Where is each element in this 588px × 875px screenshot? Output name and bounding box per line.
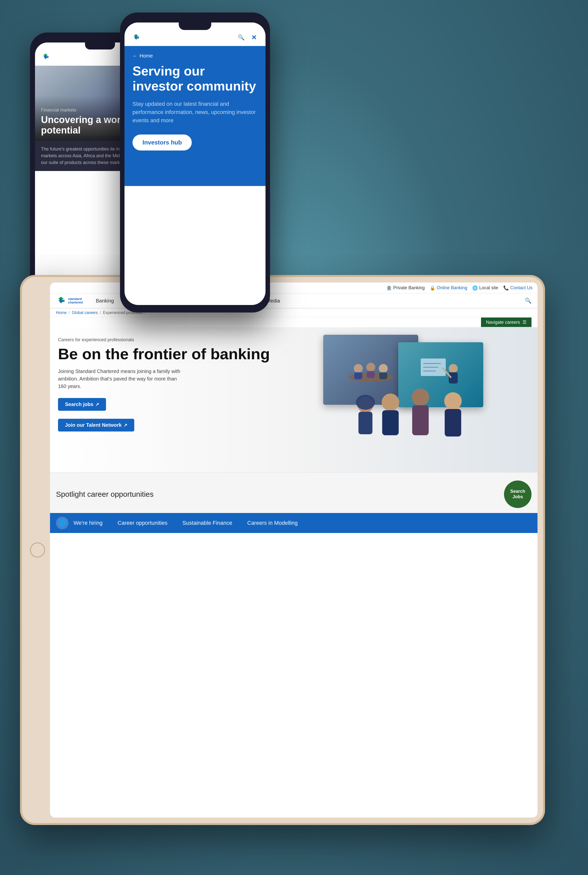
phone-left-notch	[85, 42, 115, 49]
breadcrumb: Home / Global careers / Experienced prof…	[50, 309, 537, 317]
private-banking-icon: 🏦	[386, 285, 392, 291]
tablet-bottom-bar: 🌐 We're hiring Career opportunities Sust…	[50, 513, 537, 533]
bottom-link-hiring[interactable]: We're hiring	[74, 520, 102, 526]
search-jobs-circle[interactable]: Search Jobs	[504, 481, 531, 508]
hero-left-content: Careers for experienced professionals Be…	[50, 327, 318, 472]
spotlight-section: Spotlight career opportunities Search Jo…	[50, 472, 537, 513]
globe-icon: 🌐	[472, 285, 478, 291]
search-icon-right[interactable]: 🔍	[237, 33, 246, 42]
hero-title: Be on the frontier of banking	[58, 346, 310, 363]
tablet-logo: standard chartered	[56, 296, 83, 306]
bottom-link-opportunities[interactable]: Career opportunities	[117, 520, 167, 526]
sc-logo-icon-right	[132, 33, 141, 42]
external-link-icon-2: ↗	[123, 423, 127, 428]
online-banking-label: Online Banking	[437, 285, 467, 291]
search-jobs-button[interactable]: Search jobs ↗	[58, 398, 106, 411]
close-icon-right[interactable]: ✕	[249, 33, 258, 42]
private-banking-label: Private Banking	[393, 285, 425, 291]
svg-point-16	[411, 388, 429, 406]
join-talent-label: Join our Talent Network	[65, 422, 122, 428]
hero-body-text: Joining Standard Chartered means joining…	[58, 367, 183, 390]
external-link-icon-1: ↗	[95, 402, 99, 407]
investor-community-subtitle: Stay updated on our latest financial and…	[132, 100, 258, 124]
back-label: Home	[140, 53, 153, 59]
back-nav[interactable]: ← Home	[132, 53, 258, 59]
tablet-hero: Careers for experienced professionals Be…	[50, 327, 537, 472]
navigate-careers-button[interactable]: Navigate careers ☰	[481, 318, 531, 327]
globe-bottom-icon: 🌐	[58, 520, 66, 526]
search-jobs-label: Search jobs	[65, 402, 93, 407]
svg-point-21	[356, 395, 375, 410]
bottom-link-sustainable[interactable]: Sustainable Finance	[183, 520, 232, 526]
sc-logo-icon-left	[41, 52, 50, 61]
breadcrumb-home[interactable]: Home	[56, 310, 67, 315]
tablet-screen: 🏦 Private Banking 🔒 Online Banking 🌐 Loc…	[50, 283, 537, 818]
nav-banking[interactable]: Banking	[96, 298, 114, 304]
contact-us-label: Contact Us	[510, 285, 532, 291]
local-site-label: Local site	[479, 285, 498, 291]
phone-right-device: 🔍 ✕ ← Home Serving our investor communit…	[120, 12, 270, 313]
breadcrumb-sep-2: /	[100, 310, 101, 315]
breadcrumb-global-careers[interactable]: Global careers	[72, 310, 98, 315]
local-site-link[interactable]: 🌐 Local site	[472, 285, 498, 291]
private-banking-link[interactable]: 🏦 Private Banking	[386, 285, 425, 291]
svg-rect-17	[412, 405, 429, 435]
search-icon-tablet-nav[interactable]: 🔍	[525, 298, 531, 304]
phone-right-screen: 🔍 ✕ ← Home Serving our investor communit…	[124, 22, 266, 305]
phone-right-content: ← Home Serving our investor community St…	[124, 46, 266, 186]
lock-icon: 🔒	[430, 285, 435, 291]
svg-point-3	[366, 363, 375, 372]
svg-point-8	[449, 364, 458, 373]
svg-point-14	[381, 394, 399, 411]
investor-community-title: Serving our investor community	[132, 64, 258, 94]
spotlight-title: Spotlight career opportunities	[56, 490, 153, 499]
svg-point-5	[379, 364, 388, 373]
svg-rect-19	[444, 409, 461, 436]
navigate-careers-bar: Navigate careers ☰	[50, 317, 537, 327]
svg-rect-22	[358, 412, 372, 434]
contact-us-link[interactable]: 📞 Contact Us	[503, 285, 532, 291]
svg-point-18	[444, 392, 462, 410]
svg-rect-15	[382, 410, 399, 435]
hamburger-icon: ☰	[522, 319, 526, 325]
investors-hub-button[interactable]: Investors hub	[132, 135, 192, 150]
sc-logo-left	[41, 52, 50, 61]
hero-foreground-people	[318, 372, 538, 472]
sc-logo-tablet	[56, 296, 66, 306]
join-talent-network-button[interactable]: Join our Talent Network ↗	[58, 419, 134, 432]
search-jobs-circle-line1: Search	[510, 489, 525, 494]
svg-point-1	[354, 364, 363, 373]
phone-right-header-icons: 🔍 ✕	[237, 33, 258, 42]
sc-logo-right	[132, 33, 141, 42]
phone-right-notch	[179, 22, 211, 30]
search-jobs-circle-line2: Jobs	[513, 494, 523, 499]
back-arrow-icon: ←	[132, 53, 138, 59]
navigate-careers-label: Navigate careers	[486, 320, 520, 325]
sc-logo-text-tablet: standard chartered	[68, 297, 83, 304]
hero-images	[318, 327, 538, 472]
tablet-device: 🏦 Private Banking 🔒 Online Banking 🌐 Loc…	[20, 275, 545, 825]
phone-icon: 📞	[503, 285, 509, 291]
bottom-bar-links: We're hiring Career opportunities Sustai…	[74, 520, 298, 526]
breadcrumb-sep-1: /	[69, 310, 70, 315]
hero-tag: Careers for experienced professionals	[58, 337, 310, 343]
tablet-home-button[interactable]	[30, 542, 45, 557]
bottom-bar-icon: 🌐	[56, 517, 69, 529]
bottom-link-modelling[interactable]: Careers in Modelling	[247, 520, 298, 526]
online-banking-link[interactable]: 🔒 Online Banking	[430, 285, 467, 291]
